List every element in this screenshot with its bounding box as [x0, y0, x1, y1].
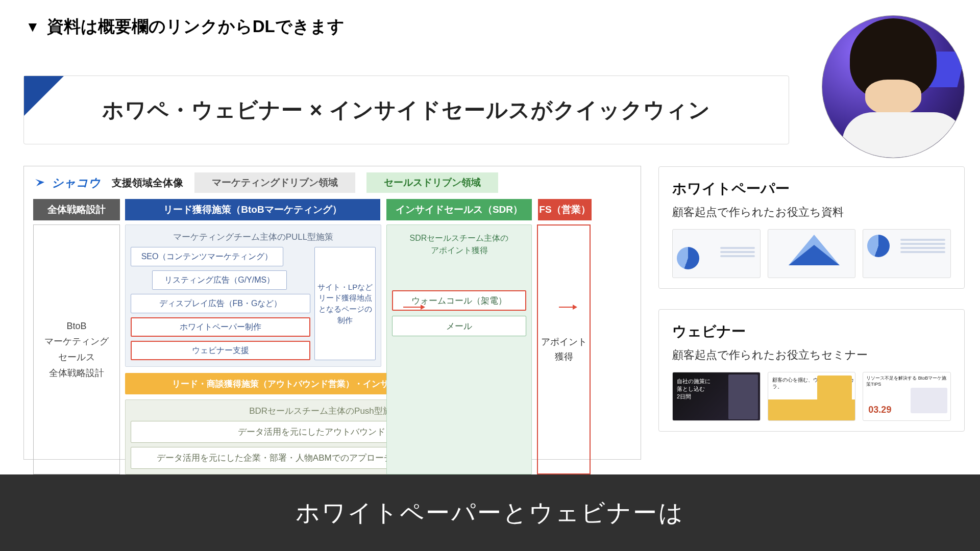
wb-subtitle: 顧客起点で作られたお役立ちセミナー — [672, 347, 951, 363]
phase-lead: リード獲得施策（BtoBマーケティング） — [125, 199, 380, 220]
diagram-canvas: シャコウ 支援領域全体像 マーケティングドリブン領域 セールスドリブン領域 全体… — [23, 166, 641, 460]
wb-thumb: 自社の施策に落とし込む2日間 — [672, 372, 761, 421]
wp-subtitle: 顧客起点で作られたお役立ち資料 — [672, 205, 951, 220]
wp-thumb — [863, 229, 951, 278]
diagram-header: シャコウ 支援領域全体像 マーケティングドリブン領域 セールスドリブン領域 — [24, 166, 641, 195]
scope-label: 支援領域全体像 — [112, 176, 183, 190]
sdr-box: SDRセールスチーム主体の アポイント獲得 ウォームコール（架電） メール — [386, 224, 532, 474]
svg-marker-5 — [789, 245, 840, 265]
wb-thumb: 顧客の心を掴む、ウェビナーのチカラ。 — [768, 372, 856, 421]
fs-column: アポイント 獲得 — [537, 224, 591, 474]
wp-thumb — [672, 229, 761, 278]
slide-title-box: ホワペ・ウェビナー × インサイドセールスがクイックウィン — [23, 76, 789, 144]
corner-accent — [24, 76, 64, 116]
diagram-body: BtoB マーケティング セールス 全体戦略設計 マーケティングチーム主体のPU… — [24, 224, 641, 482]
sdr-column: SDRセールスチーム主体の アポイント獲得 ウォームコール（架電） メール — [386, 224, 532, 474]
phase-fs: FS（営業） — [538, 199, 592, 220]
sdr-mail: メール — [392, 316, 526, 336]
slide-title: ホワペ・ウェビナー × インサイドセールスがクイックウィン — [102, 96, 710, 124]
pull-box: マーケティングチーム主体のPULL型施策 SEO（コンテンツマーケティング） リ… — [125, 224, 381, 367]
main-column: マーケティングチーム主体のPULL型施策 SEO（コンテンツマーケティング） リ… — [125, 224, 381, 474]
subtitle-bar: ホワイトペーパーとウェビナーは — [0, 474, 980, 551]
brand-icon — [34, 177, 48, 188]
subtitle-text: ホワイトペーパーとウェビナーは — [296, 497, 684, 529]
sdr-warmcall: ウォームコール（架電） — [392, 290, 526, 311]
wb-title: ウェビナー — [672, 322, 951, 341]
presenter-figure — [842, 18, 944, 158]
wb-thumb: リソース不足を解決する BtoBマーケ施策TIPS 03.29 — [863, 372, 951, 421]
wb-thumbs: 自社の施策に落とし込む2日間 顧客の心を掴む、ウェビナーのチカラ。 リソース不足… — [672, 372, 951, 421]
pull-display: ディスプレイ広告（FB・Gなど） — [131, 294, 310, 313]
wp-thumb — [768, 229, 856, 278]
pull-webi: ウェビナー支援 — [131, 341, 310, 360]
side-column: BtoB マーケティング セールス 全体戦略設計 — [33, 224, 120, 474]
presenter-video — [822, 15, 965, 158]
phase-sdr: インサイドセールス（SDR） — [386, 199, 532, 220]
wp-thumbs — [672, 229, 951, 278]
pull-left: SEO（コンテンツマーケティング） リスティング広告（G/Y/MS） ディスプレ… — [131, 247, 310, 360]
sales-domain-label: セールスドリブン領域 — [366, 172, 498, 193]
phase-side: 全体戦略設計 — [33, 199, 120, 220]
top-note: ▼ 資料は概要欄のリンクからDLできます — [0, 0, 980, 47]
mkt-domain-label: マーケティングドリブン領域 — [194, 172, 355, 193]
right-cards: ホワイトペーパー 顧客起点で作られたお役立ち資料 ウェビナー 顧客起点で作られた… — [658, 166, 965, 432]
top-note-text: 資料は概要欄のリンクからDLできます — [47, 15, 345, 38]
pull-listing: リスティング広告（G/Y/MS） — [152, 270, 287, 290]
triangle-down-icon: ▼ — [26, 19, 40, 35]
pull-lp: サイト・LPなどリード獲得地点となるページの制作 — [314, 247, 376, 360]
card-webinar: ウェビナー 顧客起点で作られたお役立ちセミナー 自社の施策に落とし込む2日間 顧… — [658, 309, 965, 432]
brand: シャコウ — [34, 175, 101, 191]
wp-title: ホワイトペーパー — [672, 179, 951, 198]
card-whitepaper: ホワイトペーパー 顧客起点で作られたお役立ち資料 — [658, 166, 965, 289]
pull-wp: ホワイトペーパー制作 — [131, 317, 310, 337]
sdr-title: SDRセールスチーム主体の アポイント獲得 — [392, 232, 526, 257]
pull-seo: SEO（コンテンツマーケティング） — [131, 247, 283, 266]
phase-row: 全体戦略設計 リード獲得施策（BtoBマーケティング） インサイドセールス（SD… — [24, 195, 641, 220]
pull-title: マーケティングチーム主体のPULL型施策 — [131, 231, 376, 243]
